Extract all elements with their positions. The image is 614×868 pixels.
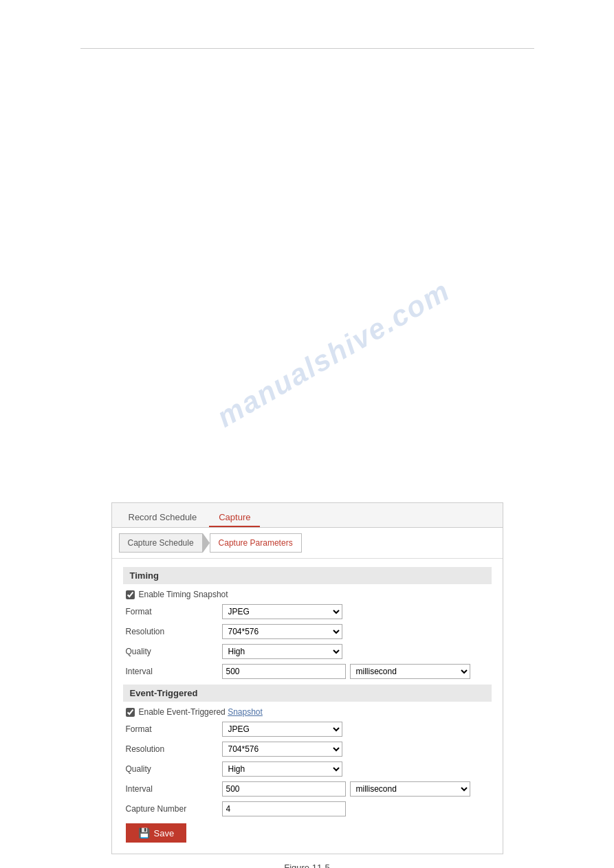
enable-event-label: Enable Event-Triggered Snapshot	[139, 707, 263, 717]
enable-timing-row: Enable Timing Snapshot	[123, 590, 492, 599]
event-quality-row: Quality High	[123, 761, 492, 777]
event-resolution-select[interactable]: 704*576	[222, 742, 342, 757]
event-interval-label: Interval	[126, 784, 222, 794]
timing-format-row: Format JPEG	[123, 604, 492, 619]
top-divider	[80, 48, 534, 49]
event-resolution-label: Resolution	[126, 744, 222, 754]
form-body: Timing Enable Timing Snapshot Format JPE…	[112, 559, 503, 854]
sub-tab-capture-parameters[interactable]: Capture Parameters	[210, 533, 302, 553]
ui-panel: Record Schedule Capture Capture Schedule…	[111, 502, 503, 854]
tab-record-schedule[interactable]: Record Schedule	[119, 509, 207, 527]
event-resolution-row: Resolution 704*576	[123, 742, 492, 757]
enable-event-linked-label: Snapshot	[228, 707, 263, 717]
timing-quality-row: Quality High	[123, 644, 492, 659]
capture-number-row: Capture Number 4	[123, 801, 492, 816]
tab-capture[interactable]: Capture	[209, 509, 260, 527]
enable-timing-checkbox[interactable]	[126, 590, 135, 599]
event-format-row: Format JPEG	[123, 722, 492, 737]
event-interval-input[interactable]	[222, 781, 346, 797]
capture-number-input[interactable]: 4	[222, 801, 346, 816]
enable-event-checkbox[interactable]	[126, 708, 135, 717]
chevron-separator	[203, 533, 210, 553]
timing-format-label: Format	[126, 607, 222, 616]
event-interval-row: Interval millisecond	[123, 781, 492, 797]
timing-quality-label: Quality	[126, 647, 222, 656]
enable-event-row: Enable Event-Triggered Snapshot	[123, 707, 492, 717]
event-format-label: Format	[126, 724, 222, 734]
floppy-icon: 💾	[138, 827, 150, 838]
timing-interval-input[interactable]: 500	[222, 664, 346, 679]
event-interval-unit-select[interactable]: millisecond	[350, 781, 470, 797]
event-quality-select[interactable]: High	[222, 761, 342, 777]
timing-interval-unit-select[interactable]: millisecond	[350, 664, 470, 679]
main-tabs-row: Record Schedule Capture	[112, 503, 503, 528]
timing-quality-select[interactable]: High	[222, 644, 342, 659]
sub-tab-capture-schedule[interactable]: Capture Schedule	[119, 533, 203, 553]
timing-format-select[interactable]: JPEG	[222, 604, 342, 619]
save-button-label: Save	[154, 828, 175, 838]
timing-resolution-select[interactable]: 704*576	[222, 624, 342, 639]
enable-timing-label: Enable Timing Snapshot	[139, 590, 228, 599]
timing-resolution-label: Resolution	[126, 627, 222, 636]
event-format-select[interactable]: JPEG	[222, 722, 342, 737]
timing-resolution-row: Resolution 704*576	[123, 624, 492, 639]
event-section-header: Event-Triggered	[123, 685, 492, 702]
capture-number-label: Capture Number	[126, 804, 222, 814]
timing-section-header: Timing	[123, 567, 492, 584]
timing-interval-label: Interval	[126, 667, 222, 676]
figure-caption: Figure 11-5	[80, 863, 534, 868]
event-quality-label: Quality	[126, 764, 222, 774]
sub-tabs-container: Capture Schedule Capture Parameters	[112, 528, 503, 559]
timing-interval-row: Interval 500 millisecond	[123, 664, 492, 679]
save-button[interactable]: 💾 Save	[126, 823, 187, 843]
